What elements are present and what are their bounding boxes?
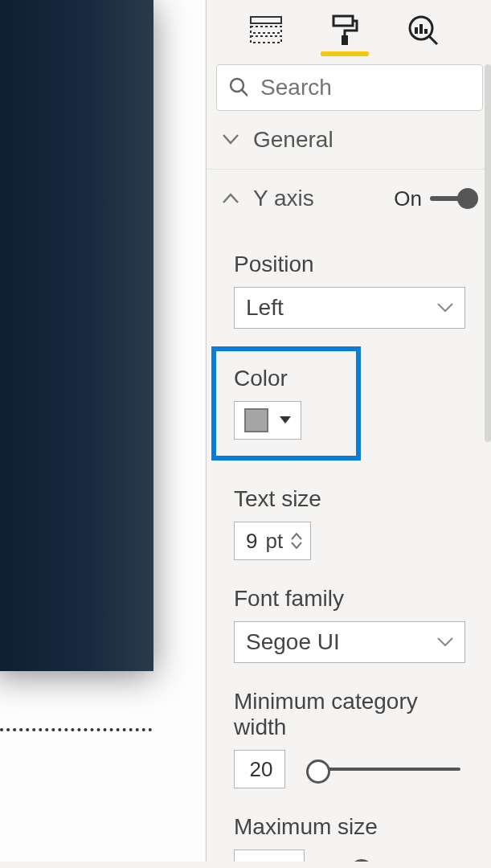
font-family-field: Font family Segoe UI	[234, 586, 465, 663]
svg-point-10	[231, 79, 243, 92]
scrollbar-thumb[interactable]	[485, 64, 491, 442]
spinner-icons	[291, 533, 302, 549]
toggle-label: On	[394, 186, 422, 211]
max-size-field: Maximum size 25 %	[234, 814, 465, 862]
section-header-y-axis[interactable]: Y axis On	[207, 170, 491, 227]
toggle-track	[430, 196, 473, 201]
chevron-down-icon	[437, 637, 453, 647]
paint-roller-icon	[330, 14, 359, 47]
min-cat-width-input[interactable]: 20	[234, 750, 285, 788]
color-field-highlighted: Color	[211, 346, 465, 461]
y-axis-properties: Position Left Color	[207, 227, 491, 862]
svg-line-6	[429, 36, 437, 44]
slider-thumb[interactable]	[350, 859, 374, 862]
max-size-unit: %	[277, 857, 296, 862]
chevron-down-icon	[291, 542, 302, 549]
chevron-down-icon	[437, 303, 453, 313]
section-title: Y axis	[253, 186, 314, 211]
max-size-input[interactable]: 25 %	[234, 850, 305, 862]
section-general: General	[207, 111, 491, 170]
visual-thumbnail	[0, 0, 153, 671]
color-swatch	[244, 408, 268, 432]
chevron-up-icon	[221, 193, 240, 204]
field-label: Font family	[234, 586, 465, 612]
dropdown-value: Left	[246, 295, 284, 321]
svg-rect-1	[251, 27, 281, 33]
chevron-down-icon	[221, 134, 240, 145]
magnifier-chart-icon	[407, 14, 440, 47]
toggle-knob	[457, 188, 478, 209]
section-title: General	[253, 127, 333, 153]
svg-rect-7	[415, 27, 418, 34]
section-y-axis: Y axis On Position Left	[207, 170, 491, 862]
text-size-value: 9	[246, 529, 257, 554]
position-dropdown[interactable]: Left	[234, 287, 465, 329]
field-label: Position	[234, 252, 465, 277]
y-axis-toggle[interactable]: On	[394, 186, 473, 211]
svg-rect-0	[251, 17, 281, 23]
section-header-general[interactable]: General	[207, 111, 491, 169]
text-size-unit: pt	[265, 529, 283, 554]
tab-fields[interactable]	[242, 16, 290, 55]
search-input[interactable]	[259, 74, 471, 101]
tab-analytics[interactable]	[399, 14, 448, 56]
max-size-value: 25	[246, 857, 269, 862]
field-label: Color	[234, 366, 338, 391]
dropdown-value: Segoe UI	[246, 629, 340, 655]
font-family-dropdown[interactable]: Segoe UI	[234, 621, 465, 663]
field-label: Minimum category width	[234, 689, 465, 740]
svg-line-11	[242, 90, 248, 96]
panel-tabs	[207, 0, 491, 64]
svg-rect-8	[419, 24, 423, 34]
text-size-field: Text size 9 pt	[234, 486, 465, 560]
field-label: Maximum size	[234, 814, 465, 840]
field-label: Text size	[234, 486, 465, 512]
report-canvas-fragment	[0, 0, 205, 862]
fields-icon	[250, 16, 282, 45]
min-category-width-field: Minimum category width 20	[234, 689, 465, 788]
color-picker[interactable]	[234, 401, 301, 440]
svg-rect-2	[251, 36, 281, 43]
min-cat-width-slider[interactable]	[308, 768, 460, 771]
search-icon	[228, 76, 248, 99]
position-field: Position Left	[234, 252, 465, 329]
svg-rect-4	[342, 35, 348, 45]
chevron-up-icon	[291, 533, 302, 540]
annotation-highlight: Color	[211, 346, 361, 461]
tab-format[interactable]	[321, 14, 369, 56]
page-boundary-dotted	[0, 728, 152, 735]
format-panel: General Y axis On Position Left	[206, 0, 491, 862]
min-cat-width-value: 20	[250, 757, 273, 782]
slider-thumb[interactable]	[306, 760, 330, 784]
search-input-wrapper[interactable]	[216, 64, 483, 111]
svg-rect-3	[333, 16, 353, 26]
caret-down-icon	[280, 416, 291, 424]
svg-rect-9	[424, 29, 428, 34]
text-size-stepper[interactable]: 9 pt	[234, 522, 311, 560]
